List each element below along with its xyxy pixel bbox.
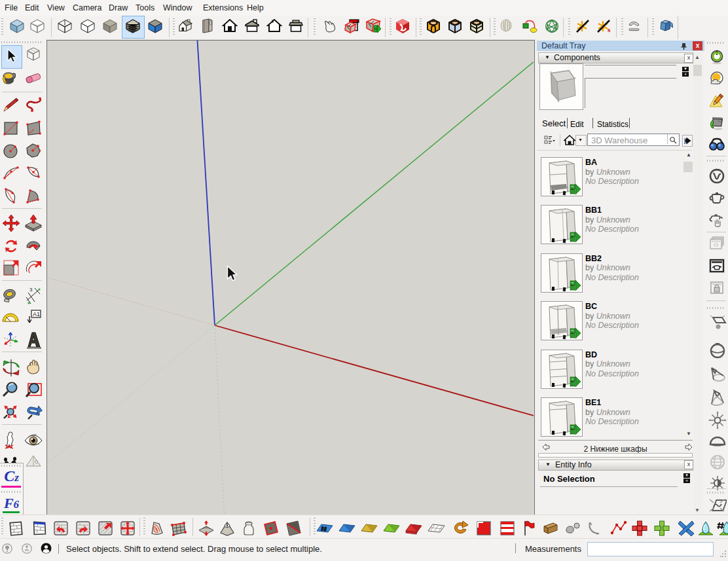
svg-text:C: C bbox=[35, 460, 38, 464]
svg-text:3: 3 bbox=[29, 287, 33, 293]
svg-text:s: s bbox=[608, 26, 611, 33]
svg-text:A1: A1 bbox=[33, 311, 40, 317]
